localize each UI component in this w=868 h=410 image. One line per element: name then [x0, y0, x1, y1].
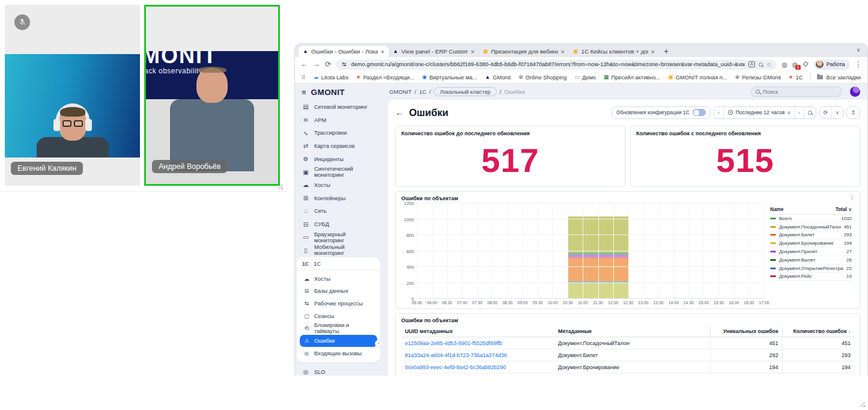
cell-uuid-link[interactable]: e12509aa-2e85-4d53-8901-f5525df99ffb: [401, 337, 554, 349]
sidebar-collapse-button[interactable]: ‹: [375, 340, 382, 347]
sidebar-subitem[interactable]: ▢ Сеансы: [300, 310, 377, 322]
legend-row[interactable]: Документ.Вылет 26: [769, 256, 853, 265]
legend-row[interactable]: Документ.Прилет 27: [769, 248, 853, 256]
browser-menu-kebab-icon[interactable]: ⋮: [855, 61, 863, 69]
legend-row[interactable]: Документ.ПосадочныйТалон 451: [769, 223, 853, 231]
search-input[interactable]: [763, 89, 837, 95]
bookmark-item[interactable]: ▣ GMONIT полная п...: [668, 75, 727, 81]
browser-tab[interactable]: ▣ Презентация для вебинара ×: [479, 46, 569, 57]
column-header-count[interactable]: Количество ошибок ↓: [782, 326, 854, 337]
legend-row[interactable]: Документ.Билет 293: [769, 231, 853, 240]
legend-row[interactable]: Всего 1032: [769, 215, 853, 223]
translate-icon[interactable]: A: [748, 61, 754, 67]
sidebar-subitem[interactable]: ☁ Хосты: [300, 272, 377, 285]
bookmark-item[interactable]: ⊕ Online Shopping: [518, 75, 566, 81]
cell-uuid-link[interactable]: 81a33a24-a604-4f1d-b723-736a1a374d38: [401, 349, 554, 361]
refresh-interval-chevron[interactable]: ∨: [831, 107, 843, 118]
cell-uuid-link[interactable]: cff209cc-10b7-49cd-a75b-7a00f13f0fbd: [401, 373, 554, 376]
new-tab-button[interactable]: +: [664, 46, 669, 56]
y-axis: 020040060080010001200: [401, 203, 417, 299]
sidebar-subitem[interactable]: ⇆ Рабочие процессы: [300, 298, 377, 310]
back-arrow-button[interactable]: ←: [395, 108, 404, 117]
browser-tab[interactable]: ▲ View panel - ERP Custom Da ×: [389, 46, 479, 57]
site-info-icon[interactable]: [341, 61, 347, 67]
sidebar-item[interactable]: ▤ Сетевой мониторинг: [295, 100, 382, 114]
sidebar-item[interactable]: ⚙ Инциденты: [295, 153, 382, 166]
bookmark-item[interactable]: ▭ Демо: [574, 75, 596, 81]
browser-tab[interactable]: ▣ 1С Кейсы клиентов + доп. с ×: [569, 46, 659, 57]
extension-icon-b[interactable]: ◍1: [792, 61, 798, 68]
sidebar-item[interactable]: ∿ Трассировки: [295, 126, 382, 139]
tab-close-icon[interactable]: ×: [381, 48, 384, 55]
browser-tab[interactable]: ▲ Ошибки - Ошибки - Локаль ×: [299, 46, 389, 57]
sidebar-item-1c[interactable]: 1С 1С: [297, 257, 380, 271]
share-button[interactable]: ↥: [846, 106, 860, 119]
bookmark-item[interactable]: ∗ 1С агент ЖР в ре...: [789, 75, 803, 81]
page-content: ← Ошибки Обновления конфигурации 1С ‹ По…: [388, 100, 867, 376]
legend-name-header[interactable]: Name: [770, 207, 783, 212]
address-bar[interactable]: demo.gmonit.ru/a/gmonit/one-c/clusters/b…: [336, 60, 777, 70]
bookmark-item[interactable]: ▲ GMonit: [485, 75, 511, 81]
page-resize-grip[interactable]: [859, 401, 865, 407]
column-header-unique[interactable]: Уникальных ошибок: [710, 326, 782, 337]
x-tick-label: 07:00: [457, 301, 467, 305]
cell-uuid-link[interactable]: 0ce0a993-eeec-4efd-9a42-5c36ab92b290: [401, 361, 554, 373]
tab-close-icon[interactable]: ×: [561, 48, 565, 55]
sidebar-item[interactable]: ⇄ Карта сервисов: [295, 139, 382, 153]
reload-button[interactable]: ⟳: [325, 61, 331, 69]
tab-close-icon[interactable]: ×: [471, 48, 475, 55]
sidebar-subitem[interactable]: ◎ Входящие вызовы: [300, 347, 377, 360]
legend-total-header[interactable]: Total ∨: [836, 207, 852, 212]
bookmark-label: Демо: [582, 75, 596, 81]
bookmark-item[interactable]: ∗ Раздел «Входящи...: [356, 75, 414, 81]
legend-row[interactable]: Документ.ОткрытиеРегистрации 22: [769, 265, 853, 273]
column-header-uuid[interactable]: UUID метаданных: [401, 326, 554, 337]
hamburger-menu-icon[interactable]: ≡: [302, 88, 306, 97]
forward-button[interactable]: →: [313, 61, 321, 69]
bookmark-item[interactable]: ▦ Пресейл активно...: [604, 75, 660, 81]
config-toggle-switch[interactable]: [693, 109, 706, 116]
bookmark-item[interactable]: ◉ Виртуальные ма...: [422, 75, 477, 81]
all-bookmarks[interactable]: Все закладки: [810, 75, 861, 81]
sidebar-item[interactable]: ▯ Мобильный мониторинг: [295, 244, 382, 257]
apps-grid-icon[interactable]: ⠿: [302, 75, 306, 81]
sidebar-item[interactable]: ☁ Хосты: [295, 179, 382, 192]
sidebar-item[interactable]: ∴ Сеть: [295, 205, 382, 218]
time-range-prev-button[interactable]: ‹: [714, 107, 723, 118]
legend-row[interactable]: Документ.Бронирование 194: [769, 239, 853, 248]
app-search[interactable]: [751, 87, 842, 97]
breadcrumb-section[interactable]: 1С: [419, 89, 426, 95]
legend-row[interactable]: Документ.Рейс 19: [769, 273, 853, 281]
config-updates-toggle-control[interactable]: Обновления конфигурации 1С: [612, 106, 711, 119]
profile-chip[interactable]: Работа: [814, 60, 850, 70]
extensions-puzzle-icon[interactable]: [803, 61, 809, 69]
breadcrumb-cluster-pill[interactable]: Локальный кластер: [434, 87, 497, 96]
time-range-next-button[interactable]: ›: [794, 107, 804, 118]
sidebar-subitem[interactable]: ⊟ Базы данных: [300, 285, 377, 298]
sidebar-subitem[interactable]: ⚠ Ошибки: [300, 335, 377, 347]
sidebar-item[interactable]: ▣ Синтетический мониторинг: [295, 165, 382, 179]
back-button[interactable]: ←: [300, 61, 308, 69]
tab-list-chevron-icon[interactable]: ∨: [854, 46, 863, 55]
panel-menu-kebab-icon[interactable]: ⋮: [849, 194, 855, 201]
extension-icon-a[interactable]: ◍: [782, 61, 787, 68]
bookmark-star-icon[interactable]: ☆: [766, 61, 772, 68]
zoom-out-button[interactable]: [804, 107, 816, 118]
bookmark-item[interactable]: ☁ Litota Labs: [314, 75, 349, 81]
tab-strip: ▲ Ошибки - Ошибки - Локаль × ▲ View pane…: [295, 44, 867, 57]
user-avatar[interactable]: [850, 87, 860, 97]
url-text[interactable]: demo.gmonit.ru/a/gmonit/one-c/clusters/b…: [351, 61, 745, 67]
sidebar-subitem[interactable]: ⟲ Блокировки и таймауты: [300, 322, 377, 335]
refresh-button[interactable]: ⟳: [820, 107, 831, 118]
sidebar-item[interactable]: ⊟ СУБД: [295, 218, 382, 231]
sidebar-item[interactable]: ◎ SLO: [295, 366, 382, 376]
column-header-metadata[interactable]: Метаданные: [554, 326, 710, 337]
time-range-picker[interactable]: Последние 12 часов ∨: [723, 107, 794, 118]
zoom-icon[interactable]: [759, 61, 763, 68]
sidebar-item[interactable]: ≋ APM: [295, 114, 382, 127]
bookmark-item[interactable]: ⊕ Релизы GMonit: [735, 75, 781, 81]
breadcrumb-root[interactable]: GMONIT: [389, 89, 411, 95]
sidebar-item[interactable]: ▭ Браузерный мониторинг: [295, 231, 382, 244]
sidebar-item[interactable]: ⊞ Контейнеры: [295, 192, 382, 205]
tab-close-icon[interactable]: ×: [651, 48, 655, 55]
